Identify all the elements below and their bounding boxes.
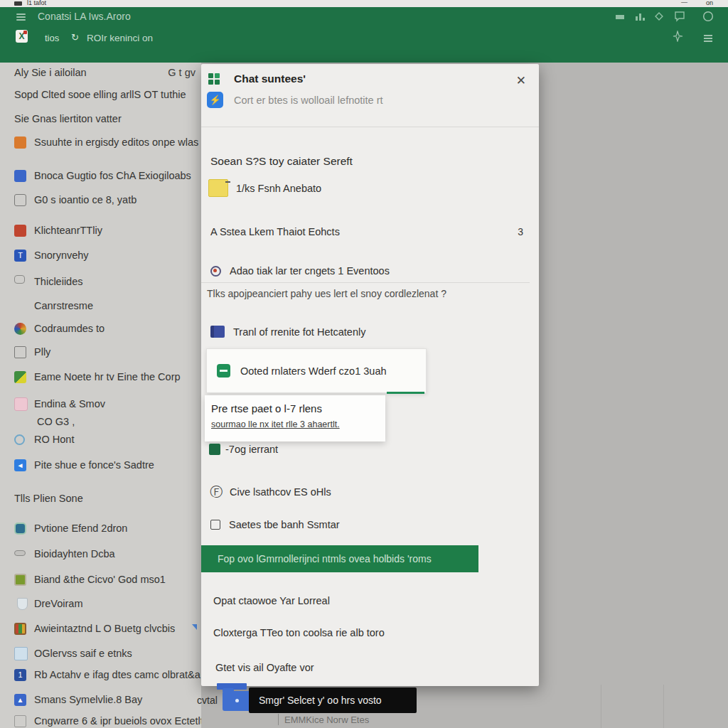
selected-option-card[interactable]: Ooted rnlaters Wderf czo1 3uah [206,348,427,393]
sidebar-item-label: Biand &the Cicvo' God mso1 [34,574,166,585]
description-text: Tlks apojpeanciert pahy ues lert el snoy… [207,288,446,299]
dialog-subtitle-row[interactable]: ⚡ Cort er btes is wolloail lefnotite rt [207,92,383,108]
chart-icon[interactable] [634,11,646,22]
list-row[interactable]: A Sstea Lkem Thaiot Eohcts [210,226,340,237]
dialog-link[interactable]: Cloxterga TTeo ton coolsa rie alb toro [213,627,385,638]
sidebar-item[interactable]: Thicleiides [0,273,201,290]
app-label: tios [45,33,59,43]
sidebar-item-shortcut: G t gv [168,67,196,78]
sidebar-item[interactable]: G0 s ioantio ce 8, yatb [0,191,201,208]
sidebar: Aly Sie i ailoilan G t gv Sopd Clted soo… [0,63,201,728]
red-app-icon [14,225,26,237]
sidebar-item[interactable]: Pvtione Efend 2dron [0,520,201,537]
folder-icon[interactable] [223,691,252,711]
sidebar-item[interactable]: Cngwarre 6 & ipr bueiols ovox Ectetltis [0,712,201,728]
window-icon [14,1,22,6]
diamond-icon[interactable] [654,11,664,21]
dark-green-square-icon [209,444,220,455]
sidebar-item-label: Aly Sie i ailoilan [14,67,87,78]
sidebar-item[interactable]: Ssuuhte in ergisdy editos onpe wlas [0,134,201,151]
sidebar-item[interactable]: CO G3 , [0,413,201,430]
divider [201,282,530,283]
dialog-title: Chat suntees' [234,73,306,85]
dialog-subtitle: Cort er btes is wolloail lefnotite rt [234,95,383,106]
sidebar-item[interactable]: Plly [0,343,201,360]
tooltip-line2[interactable]: sourmao lle nx itet rlle 3 ahaertlt. [211,419,340,429]
sidebar-item[interactable]: Biand &the Cicvo' God mso1 [0,571,201,588]
sidebar-item[interactable]: ▲ Smans Symelvlie.8 Bay [0,691,201,708]
clipboard-icon [14,346,26,358]
minimize-glyph[interactable]: — [681,0,687,6]
sidebar-item-label: Codraumdes to [34,323,105,334]
sidebar-item-label: Bnoca Gugtio fos ChA Exiogiloabs [34,170,191,181]
cive-row[interactable]: Ⓕ Cive lsathcov ES oHls [210,483,331,500]
comment-icon[interactable] [674,11,686,22]
chat-features-dialog: Chat suntees' ✕ ⚡ Cort er btes is wolloa… [201,64,539,686]
section-heading: Soean S?S toy caiater Sereft [210,155,353,168]
sidebar-item[interactable]: Endina & Smov [0,395,201,412]
sidebar-item-label: Thicleiides [34,276,83,287]
sidebar-item-label: Ssuuhte in ergisdy editos onpe wlas [34,136,198,148]
shield-icon [17,598,28,610]
overflow-menu-icon[interactable] [704,33,712,43]
tranl-label: Tranl of rrenite fot Hetcatenly [233,326,365,338]
sidebar-item[interactable]: DreVoiram [0,595,201,612]
sidebar-item[interactable]: Awieintaztnd L O Buetg clvcbis [0,620,201,637]
sidebar-section-label: Tlls Plien Sone [0,490,201,507]
tooltip-line1: Pre rtse paet o l-7 rlens [211,402,322,414]
note-label: 1/ks Fsnh Anebato [236,183,321,194]
sidebar-item[interactable]: RO Hont [0,431,201,448]
dialog-link[interactable]: Gtet vis ail Oyafte vor [215,662,314,673]
document-title[interactable]: ROIr keninci on [87,33,153,43]
sidebar-item[interactable]: Codraumdes to [0,320,201,337]
sidebar-item[interactable]: Bnoca Gugtio fos ChA Exiogiloabs [0,167,201,184]
sidebar-item[interactable]: Sopd Clted sooe elling arllS OT tuthie [0,86,201,103]
blue-ring-icon [14,434,25,445]
sidebar-item[interactable]: Eame Noete hr tv Eine the Corp [0,368,201,385]
teal-app-icon [14,523,26,535]
sidebar-item[interactable]: T Snorynvehy [0,247,201,264]
card-label: Ooted rnlaters Wderf czo1 3uah [240,365,387,377]
cive-label: Cive lsathcov ES oHls [230,486,331,498]
sidebar-item-label: G0 s ioantio ce 8, yatb [34,194,136,205]
close-icon[interactable]: ✕ [516,73,526,88]
saetes-label: Saetes tbe banh Ssmtar [229,519,340,530]
footer-divider [278,714,279,725]
sidebar-item-label: Snorynvehy [34,250,89,261]
sidebar-item[interactable]: Canrstresme [0,297,201,314]
workbook-breadcrumb: Conatsi LA Iws.Aroro [38,11,131,22]
hamburger-menu-icon[interactable] [16,12,26,22]
window-control-fragment[interactable]: on [706,0,713,6]
minimize-icon[interactable] [616,15,624,19]
sidebar-item-label: CO G3 , [37,416,75,427]
sidebar-item[interactable]: 1 Rb Actahv e ifag dtes camc olbrat&a [0,666,201,683]
7og-row[interactable]: -7og ierrant [209,444,278,455]
sidebar-item[interactable]: Bioidayhten Dcba [0,545,201,562]
key-icon [14,550,26,556]
tranl-row[interactable]: Tranl of rrenite fot Hetcatenly [210,326,365,338]
sidebar-item[interactable]: Sie Gnas liertiton vatter [0,110,201,127]
sidebar-item[interactable]: ◄ Pite shue e fonce's Sadtre [0,456,201,473]
refresh-icon[interactable]: ↻ [71,32,79,43]
note-row[interactable]: 1/ks Fsnh Anebato [208,179,321,197]
primary-green-button[interactable]: Fop ovo lGmrnollerijnci ntmls ovea holbi… [201,545,478,572]
adao-row[interactable]: Adao tiak lar ter cngets 1 Eventoos [210,265,390,277]
gray-outline-icon [14,715,26,727]
circled-f-icon: Ⓕ [210,483,223,500]
share-cursor-icon[interactable] [672,31,683,42]
sidebar-item[interactable]: Aly Sie i ailoilan G t gv [0,64,201,81]
dialog-link[interactable]: Opat ctaowoe Yar Lorreal [213,595,330,606]
account-circle-icon[interactable] [702,11,714,22]
book-icon [14,647,28,660]
saetes-row[interactable]: Saetes tbe banh Ssmtar [210,519,340,530]
blue-flag-icon [14,170,26,182]
sidebar-item[interactable]: KlichteanrTTliy [0,222,201,239]
pink-square-icon [14,397,28,411]
green-box-icon [14,574,26,586]
sidebar-item-label: Tlls Plien Sone [14,493,83,504]
sidebar-item-label: DreVoiram [34,598,83,609]
multi-app-icon [14,623,26,635]
colorful-circle-icon [14,323,26,335]
sidebar-item-label: Cngwarre 6 & ipr bueiols ovox Ectetltis [34,715,201,727]
sidebar-item[interactable]: OGlervss saif e etnks [0,645,201,662]
